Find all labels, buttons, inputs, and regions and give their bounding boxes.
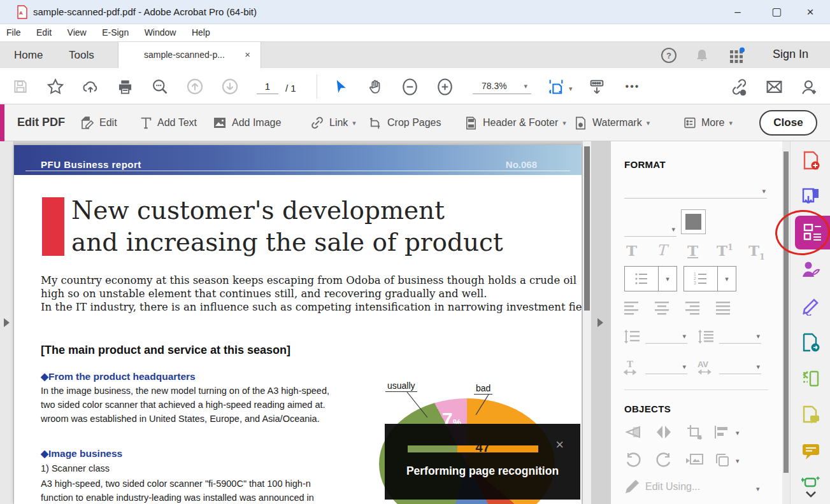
rail-chevron-down-icon[interactable] [801,490,820,499]
chevron-down-icon[interactable]: ▾ [756,485,760,493]
add-image-button[interactable]: Add Image [212,112,281,134]
menu-edit[interactable]: Edit [36,24,52,41]
underline-button[interactable]: T [687,242,698,259]
select-tool-icon[interactable] [331,77,350,96]
tab-document[interactable]: sample-scanned-p... × [118,42,261,69]
tab-tools[interactable]: Tools [66,42,97,69]
add-contact-icon[interactable] [799,77,819,96]
align-right-icon[interactable] [683,298,703,317]
arrange-objects-icon[interactable] [713,451,732,470]
chevron-down-icon[interactable]: ▾ [569,85,573,93]
compare-files-icon[interactable] [801,405,820,424]
comment-icon[interactable] [801,442,820,461]
sign-in-button[interactable]: Sign In [773,48,808,61]
align-center-icon[interactable] [653,298,672,317]
create-pdf-icon[interactable] [801,151,820,170]
menu-file[interactable]: File [6,24,21,41]
previous-page-icon[interactable] [185,77,204,96]
hand-tool-icon[interactable] [366,77,385,96]
share-link-icon[interactable] [729,77,748,96]
link-button[interactable]: Link ▾ [310,112,356,134]
cloud-upload-icon[interactable] [81,77,100,96]
panel-scrollbar-thumb[interactable] [783,151,789,473]
numbered-list-icon[interactable]: 123 [684,267,718,291]
export-pdf-icon[interactable] [801,187,820,206]
more-tools-icon[interactable]: ••• [623,77,642,96]
font-size-select[interactable]: ▾ [624,223,676,237]
notifications-bell-icon[interactable] [694,47,710,64]
zoom-out-icon[interactable] [400,77,419,96]
read-aloud-icon[interactable] [587,77,606,96]
collapse-right-pane-icon[interactable] [597,318,603,327]
more-button[interactable]: More ▾ [683,112,733,134]
search-icon[interactable] [150,77,169,96]
close-edit-pdf-button[interactable]: Close [759,110,817,136]
replace-image-icon[interactable] [685,451,704,470]
fill-and-sign-icon[interactable] [801,297,820,316]
subscript-n: 1 [759,253,764,262]
document-scrollbar[interactable] [583,141,591,504]
organize-pages-icon[interactable] [801,369,820,388]
toast-close-icon[interactable]: × [555,437,564,453]
character-spacing-field[interactable]: ▾ [719,360,761,374]
next-page-icon[interactable] [220,77,240,96]
fit-width-icon[interactable] [547,77,566,96]
print-icon[interactable] [115,77,134,96]
panel-scrollbar[interactable] [782,141,790,504]
chevron-down-icon: ▾ [352,119,356,127]
menu-help[interactable]: Help [192,24,210,41]
email-icon[interactable] [764,77,783,96]
rotate-clockwise-icon[interactable] [654,451,673,470]
request-signatures-icon[interactable] [801,260,820,279]
watermark-button[interactable]: Watermark ▾ [573,112,650,134]
app-grid-icon[interactable] [728,47,745,64]
align-objects-icon[interactable] [713,423,732,442]
help-icon[interactable]: ? [661,47,677,64]
italic-button[interactable]: T [657,242,666,258]
star-favorite-icon[interactable] [46,77,65,96]
header-footer-button[interactable]: Header & Footer ▾ [464,112,566,134]
page-number-input[interactable]: 1 [257,81,278,94]
superscript-button[interactable]: T1 [717,242,733,259]
close-tab-icon[interactable]: × [245,49,250,60]
chevron-down-icon[interactable]: ▾ [736,457,740,465]
align-justify-icon[interactable] [714,298,733,317]
edit-using-pencil-icon[interactable] [622,477,641,496]
rotate-counterclockwise-icon[interactable] [624,451,643,470]
menu-window[interactable]: Window [145,24,176,41]
subscript-button[interactable]: T1 [748,242,764,262]
font-color-picker[interactable] [681,209,706,234]
numbered-list-group[interactable]: 123 ▾ [683,266,736,291]
chevron-down-icon[interactable]: ▾ [718,267,736,291]
line-spacing-field[interactable]: ▾ [645,330,687,344]
edit-using-label[interactable]: Edit Using... [645,481,700,493]
menu-esign[interactable]: E-Sign [102,24,129,41]
crop-pages-button[interactable]: Crop Pages [368,112,441,134]
maximize-button[interactable]: ▢ [762,0,791,24]
zoom-level-select[interactable]: 78.3% ▾ [473,81,531,94]
chevron-down-icon[interactable]: ▾ [736,429,740,437]
menu-view[interactable]: View [68,24,87,41]
edit-button[interactable]: Edit [80,112,117,134]
minimize-button[interactable]: – [723,0,752,24]
ai-assistant-icon[interactable] [801,475,820,490]
align-left-icon[interactable] [622,298,641,317]
bulleted-list-icon[interactable] [625,267,659,291]
horizontal-scale-field[interactable]: ▾ [645,360,687,374]
close-window-button[interactable]: × [796,0,825,24]
bulleted-list-group[interactable]: ▾ [624,266,677,291]
add-text-button[interactable]: Add Text [139,112,197,134]
crop-object-icon[interactable] [685,423,704,442]
paragraph-spacing-field[interactable]: ▾ [719,330,761,344]
save-icon[interactable] [11,77,30,96]
bold-button[interactable]: T [626,242,637,259]
document-scrollbar-thumb[interactable] [584,146,590,311]
expand-left-pane-icon[interactable] [4,318,10,327]
chevron-down-icon[interactable]: ▾ [659,267,676,291]
zoom-in-icon[interactable] [435,77,454,96]
flip-horizontal-icon[interactable] [654,423,673,442]
tab-home[interactable]: Home [11,42,45,69]
send-for-review-icon[interactable] [801,333,820,352]
flip-vertical-icon[interactable] [624,423,643,442]
font-family-select[interactable]: ▾ [624,185,767,199]
